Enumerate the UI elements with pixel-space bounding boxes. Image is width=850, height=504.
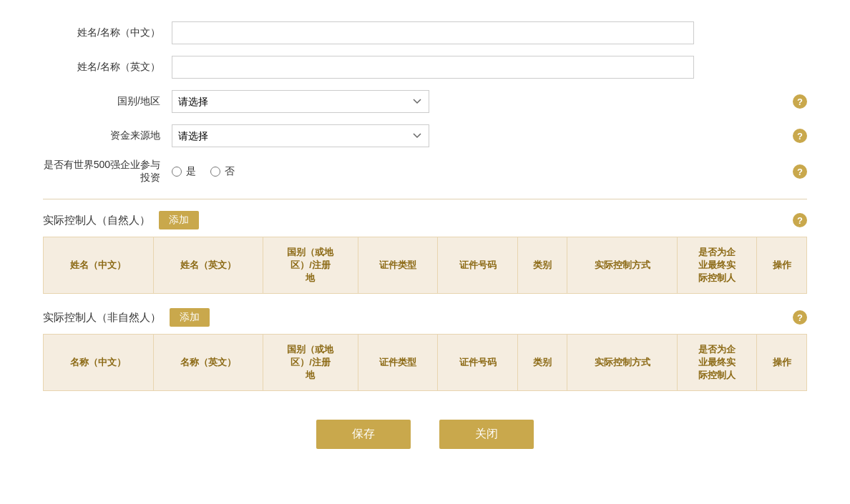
natural-controller-table: 姓名（中文） 姓名（英文） 国别（或地区）/注册地 证件类型 证件号码 类别 实… bbox=[43, 237, 807, 294]
col-is-final-controller: 是否为企业最终实际控制人 bbox=[677, 237, 757, 294]
non-natural-controller-header-row: 名称（中文） 名称（英文） 国别（或地区）/注册地 证件类型 证件号码 类别 实… bbox=[44, 335, 807, 391]
radio-no-label: 否 bbox=[225, 165, 235, 178]
col-control-method: 实际控制方式 bbox=[567, 237, 678, 294]
natural-controller-help-icon[interactable]: ? bbox=[793, 213, 807, 227]
col-cert-no: 证件号码 bbox=[438, 237, 518, 294]
col-name-en2: 名称（英文） bbox=[153, 335, 263, 391]
col-country: 国别（或地区）/注册地 bbox=[263, 237, 358, 294]
name-en-label: 姓名/名称（英文） bbox=[43, 61, 172, 74]
fortune500-help-icon[interactable]: ? bbox=[793, 164, 807, 179]
close-button[interactable]: 关闭 bbox=[439, 420, 534, 449]
natural-controller-section: 实际控制人（自然人） 添加 ? 姓名（中文） 姓名（英文） 国别（或地区）/注册… bbox=[43, 211, 807, 294]
natural-controller-add-btn[interactable]: 添加 bbox=[159, 211, 199, 229]
non-natural-controller-section: 实际控制人（非自然人） 添加 ? 名称（中文） 名称（英文） 国别（或地区）/注… bbox=[43, 308, 807, 391]
save-button[interactable]: 保存 bbox=[316, 420, 411, 449]
country-select[interactable]: 请选择 bbox=[172, 90, 429, 113]
natural-controller-title: 实际控制人（自然人） bbox=[43, 214, 150, 227]
radio-yes-label: 是 bbox=[186, 165, 196, 178]
col-country2: 国别（或地区）/注册地 bbox=[263, 335, 358, 391]
col-cert-type: 证件类型 bbox=[358, 237, 438, 294]
name-cn-input[interactable] bbox=[172, 21, 694, 44]
non-natural-controller-help-icon[interactable]: ? bbox=[793, 310, 807, 325]
non-natural-controller-table: 名称（中文） 名称（英文） 国别（或地区）/注册地 证件类型 证件号码 类别 实… bbox=[43, 334, 807, 391]
col-operation: 操作 bbox=[757, 237, 807, 294]
radio-yes-item[interactable]: 是 bbox=[172, 165, 196, 178]
col-cert-type2: 证件类型 bbox=[358, 335, 438, 391]
non-natural-controller-add-btn[interactable]: 添加 bbox=[170, 308, 210, 327]
radio-no[interactable] bbox=[210, 167, 220, 177]
fortune500-label: 是否有世界500强企业参与投资 bbox=[43, 159, 172, 184]
col-operation2: 操作 bbox=[757, 335, 807, 391]
col-name-cn: 姓名（中文） bbox=[44, 237, 154, 294]
radio-no-item[interactable]: 否 bbox=[210, 165, 235, 178]
country-help-icon[interactable]: ? bbox=[793, 94, 807, 109]
col-name-cn2: 名称（中文） bbox=[44, 335, 154, 391]
bottom-buttons: 保存 关闭 bbox=[43, 420, 807, 449]
name-cn-label: 姓名/名称（中文） bbox=[43, 26, 172, 39]
natural-controller-header-row: 姓名（中文） 姓名（英文） 国别（或地区）/注册地 证件类型 证件号码 类别 实… bbox=[44, 237, 807, 294]
name-en-input[interactable] bbox=[172, 56, 694, 79]
funds-label: 资金来源地 bbox=[43, 129, 172, 142]
col-cert-no2: 证件号码 bbox=[438, 335, 518, 391]
col-name-en: 姓名（英文） bbox=[153, 237, 263, 294]
funds-select[interactable]: 请选择 bbox=[172, 124, 429, 147]
non-natural-controller-title: 实际控制人（非自然人） bbox=[43, 311, 161, 325]
radio-yes[interactable] bbox=[172, 167, 182, 177]
fortune500-radio-group: 是 否 bbox=[172, 165, 235, 178]
funds-help-icon[interactable]: ? bbox=[793, 129, 807, 143]
country-label: 国别/地区 bbox=[43, 95, 172, 108]
divider-1 bbox=[43, 199, 807, 199]
col-is-final-controller2: 是否为企业最终实际控制人 bbox=[677, 335, 757, 391]
col-control-method2: 实际控制方式 bbox=[567, 335, 678, 391]
col-category: 类别 bbox=[517, 237, 567, 294]
col-category2: 类别 bbox=[517, 335, 567, 391]
